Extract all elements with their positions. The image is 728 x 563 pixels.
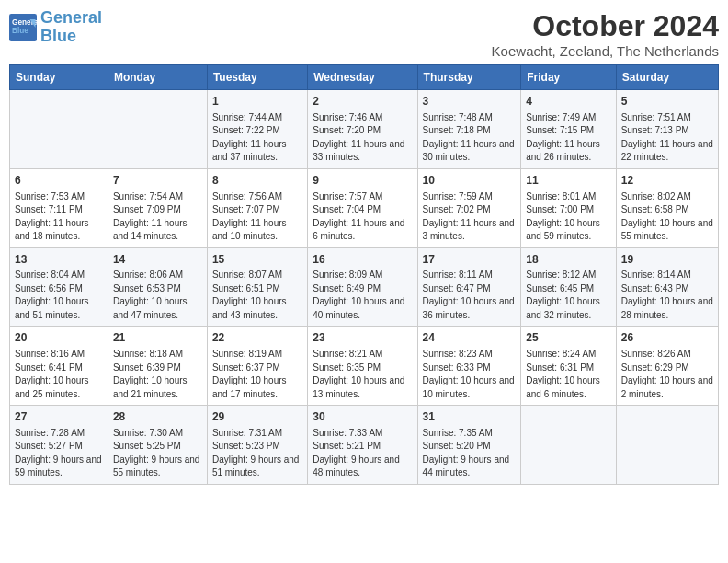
day-info: Sunrise: 7:59 AMSunset: 7:02 PMDaylight:… (423, 190, 517, 244)
calendar-cell (10, 90, 108, 169)
logo-text: General Blue (40, 9, 102, 46)
day-info: Sunrise: 7:44 AMSunset: 7:22 PMDaylight:… (212, 111, 302, 165)
calendar-cell: 31Sunrise: 7:35 AMSunset: 5:20 PMDayligh… (417, 406, 521, 485)
calendar-cell: 20Sunrise: 8:16 AMSunset: 6:41 PMDayligh… (10, 327, 108, 406)
day-info: Sunrise: 8:14 AMSunset: 6:43 PMDaylight:… (621, 269, 713, 322)
day-number: 13 (15, 252, 103, 268)
calendar-cell: 15Sunrise: 8:07 AMSunset: 6:51 PMDayligh… (207, 247, 307, 327)
day-info: Sunrise: 7:53 AMSunset: 7:11 PMDaylight:… (15, 190, 103, 244)
day-number: 2 (313, 94, 412, 109)
day-number: 22 (212, 330, 302, 346)
calendar-cell: 2Sunrise: 7:46 AMSunset: 7:20 PMDaylight… (308, 90, 417, 169)
day-number: 25 (526, 330, 610, 346)
day-info: Sunrise: 8:04 AMSunset: 6:56 PMDaylight:… (15, 269, 103, 322)
day-info: Sunrise: 7:57 AMSunset: 7:04 PMDaylight:… (313, 190, 412, 244)
day-info: Sunrise: 7:51 AMSunset: 7:13 PMDaylight:… (621, 111, 713, 165)
logo: General Blue General Blue (9, 9, 102, 46)
day-info: Sunrise: 8:24 AMSunset: 6:31 PMDaylight:… (526, 348, 610, 401)
calendar-cell: 18Sunrise: 8:12 AMSunset: 6:45 PMDayligh… (521, 247, 616, 327)
day-info: Sunrise: 7:35 AMSunset: 5:20 PMDaylight:… (423, 427, 517, 480)
day-info: Sunrise: 7:33 AMSunset: 5:21 PMDaylight:… (313, 427, 412, 480)
col-saturday: Saturday (616, 65, 718, 90)
page-header: General Blue General Blue October 2024 K… (9, 9, 719, 59)
calendar-cell: 29Sunrise: 7:31 AMSunset: 5:23 PMDayligh… (207, 406, 307, 485)
day-info: Sunrise: 7:28 AMSunset: 5:27 PMDaylight:… (15, 427, 103, 480)
day-info: Sunrise: 7:31 AMSunset: 5:23 PMDaylight:… (212, 427, 302, 480)
day-number: 29 (212, 409, 302, 425)
day-number: 11 (526, 173, 610, 189)
day-number: 19 (621, 252, 713, 268)
day-number: 21 (113, 330, 202, 346)
calendar-week-2: 13Sunrise: 8:04 AMSunset: 6:56 PMDayligh… (10, 247, 719, 327)
day-number: 26 (621, 330, 713, 346)
calendar-cell: 9Sunrise: 7:57 AMSunset: 7:04 PMDaylight… (308, 168, 417, 247)
calendar-cell: 27Sunrise: 7:28 AMSunset: 5:27 PMDayligh… (10, 406, 108, 485)
calendar-cell: 24Sunrise: 8:23 AMSunset: 6:33 PMDayligh… (417, 327, 521, 406)
col-wednesday: Wednesday (308, 65, 417, 90)
calendar-cell: 23Sunrise: 8:21 AMSunset: 6:35 PMDayligh… (308, 327, 417, 406)
calendar-body: 1Sunrise: 7:44 AMSunset: 7:22 PMDaylight… (10, 90, 719, 485)
calendar-cell: 13Sunrise: 8:04 AMSunset: 6:56 PMDayligh… (10, 247, 108, 327)
calendar-cell: 10Sunrise: 7:59 AMSunset: 7:02 PMDayligh… (417, 168, 521, 247)
calendar-cell: 1Sunrise: 7:44 AMSunset: 7:22 PMDaylight… (207, 90, 307, 169)
calendar-cell: 30Sunrise: 7:33 AMSunset: 5:21 PMDayligh… (308, 406, 417, 485)
day-number: 31 (423, 409, 517, 425)
day-number: 27 (15, 409, 103, 425)
day-info: Sunrise: 8:19 AMSunset: 6:37 PMDaylight:… (212, 348, 302, 401)
day-info: Sunrise: 8:11 AMSunset: 6:47 PMDaylight:… (423, 269, 517, 322)
day-number: 15 (212, 252, 302, 268)
day-info: Sunrise: 7:30 AMSunset: 5:25 PMDaylight:… (113, 427, 202, 480)
day-info: Sunrise: 8:01 AMSunset: 7:00 PMDaylight:… (526, 190, 610, 244)
day-number: 10 (423, 173, 517, 189)
calendar-cell: 14Sunrise: 8:06 AMSunset: 6:53 PMDayligh… (108, 247, 207, 327)
day-number: 20 (15, 330, 103, 346)
calendar-cell: 21Sunrise: 8:18 AMSunset: 6:39 PMDayligh… (108, 327, 207, 406)
day-info: Sunrise: 8:02 AMSunset: 6:58 PMDaylight:… (621, 190, 713, 244)
day-number: 16 (313, 252, 412, 268)
calendar-week-1: 6Sunrise: 7:53 AMSunset: 7:11 PMDaylight… (10, 168, 719, 247)
day-number: 5 (621, 94, 713, 109)
calendar-cell: 12Sunrise: 8:02 AMSunset: 6:58 PMDayligh… (616, 168, 718, 247)
col-monday: Monday (108, 65, 207, 90)
calendar-table: Sunday Monday Tuesday Wednesday Thursday… (9, 64, 719, 485)
day-info: Sunrise: 7:48 AMSunset: 7:18 PMDaylight:… (423, 111, 517, 165)
calendar-cell: 4Sunrise: 7:49 AMSunset: 7:15 PMDaylight… (521, 90, 616, 169)
calendar-cell: 17Sunrise: 8:11 AMSunset: 6:47 PMDayligh… (417, 247, 521, 327)
calendar-cell: 3Sunrise: 7:48 AMSunset: 7:18 PMDaylight… (417, 90, 521, 169)
day-info: Sunrise: 8:09 AMSunset: 6:49 PMDaylight:… (313, 269, 412, 322)
calendar-cell: 22Sunrise: 8:19 AMSunset: 6:37 PMDayligh… (207, 327, 307, 406)
calendar-week-4: 27Sunrise: 7:28 AMSunset: 5:27 PMDayligh… (10, 406, 719, 485)
calendar-cell: 19Sunrise: 8:14 AMSunset: 6:43 PMDayligh… (616, 247, 718, 327)
calendar-cell: 26Sunrise: 8:26 AMSunset: 6:29 PMDayligh… (616, 327, 718, 406)
calendar-cell: 6Sunrise: 7:53 AMSunset: 7:11 PMDaylight… (10, 168, 108, 247)
day-info: Sunrise: 8:21 AMSunset: 6:35 PMDaylight:… (313, 348, 412, 401)
location-title: Koewacht, Zeeland, The Netherlands (492, 43, 719, 59)
calendar-cell: 8Sunrise: 7:56 AMSunset: 7:07 PMDaylight… (207, 168, 307, 247)
title-section: October 2024 Koewacht, Zeeland, The Neth… (492, 9, 719, 59)
calendar-week-0: 1Sunrise: 7:44 AMSunset: 7:22 PMDaylight… (10, 90, 719, 169)
day-info: Sunrise: 7:56 AMSunset: 7:07 PMDaylight:… (212, 190, 302, 244)
day-number: 9 (313, 173, 412, 189)
day-info: Sunrise: 7:49 AMSunset: 7:15 PMDaylight:… (526, 111, 610, 165)
calendar-cell: 7Sunrise: 7:54 AMSunset: 7:09 PMDaylight… (108, 168, 207, 247)
day-number: 30 (313, 409, 412, 425)
day-number: 18 (526, 252, 610, 268)
day-info: Sunrise: 8:12 AMSunset: 6:45 PMDaylight:… (526, 269, 610, 322)
calendar-week-3: 20Sunrise: 8:16 AMSunset: 6:41 PMDayligh… (10, 327, 719, 406)
calendar-cell (108, 90, 207, 169)
day-info: Sunrise: 8:06 AMSunset: 6:53 PMDaylight:… (113, 269, 202, 322)
day-info: Sunrise: 7:46 AMSunset: 7:20 PMDaylight:… (313, 111, 412, 165)
day-info: Sunrise: 8:23 AMSunset: 6:33 PMDaylight:… (423, 348, 517, 401)
day-number: 3 (423, 94, 517, 109)
calendar-cell: 28Sunrise: 7:30 AMSunset: 5:25 PMDayligh… (108, 406, 207, 485)
day-number: 14 (113, 252, 202, 268)
col-thursday: Thursday (417, 65, 521, 90)
month-title: October 2024 (492, 9, 719, 43)
day-number: 7 (113, 173, 202, 189)
logo-icon: General Blue (9, 14, 37, 41)
col-friday: Friday (521, 65, 616, 90)
col-sunday: Sunday (10, 65, 108, 90)
day-info: Sunrise: 8:26 AMSunset: 6:29 PMDaylight:… (621, 348, 713, 401)
calendar-cell (616, 406, 718, 485)
day-info: Sunrise: 7:54 AMSunset: 7:09 PMDaylight:… (113, 190, 202, 244)
